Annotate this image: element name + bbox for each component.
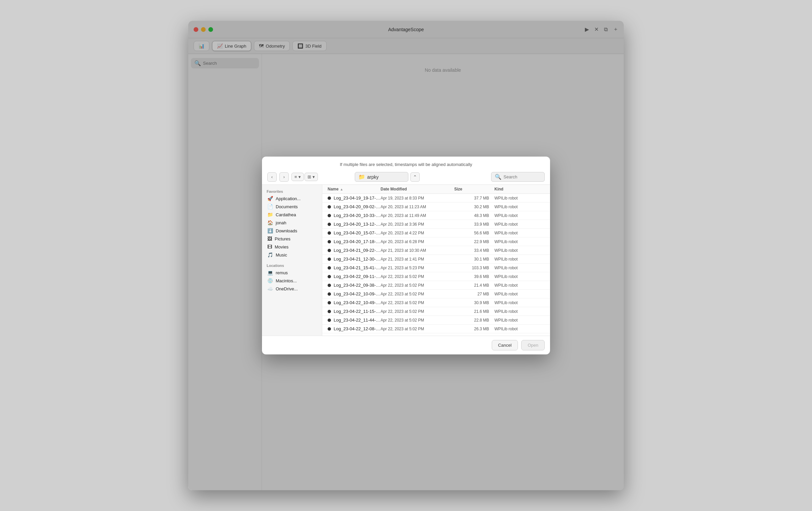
cardathea-icon: 📁: [267, 212, 273, 217]
file-type-dot: [328, 310, 331, 313]
current-folder[interactable]: 📁 arpky: [355, 172, 408, 182]
grid-view-button[interactable]: ⊞ ▾: [304, 173, 318, 181]
table-row[interactable]: Log_23-04-20_09-02-10_q3.wpilog Apr 20, …: [322, 203, 550, 211]
sidebar-item-macintosh[interactable]: 💿 Macintos...: [265, 277, 319, 285]
file-date: Apr 19, 2023 at 8:33 PM: [381, 196, 454, 200]
file-kind: WPILib robot: [494, 222, 545, 227]
col-header-name[interactable]: Name ▲: [328, 187, 381, 191]
applications-icon: 🚀: [267, 196, 273, 201]
file-date: Apr 22, 2023 at 5:02 PM: [381, 318, 454, 323]
sidebar-item-remus[interactable]: 💻 remus: [265, 269, 319, 277]
file-type-dot: [328, 284, 331, 287]
sidebar-item-movies[interactable]: 🎞 Movies: [265, 243, 319, 251]
file-name: Log_23-04-21_12-30-33_q101.wpilog: [334, 257, 381, 262]
file-kind: WPILib robot: [494, 318, 545, 323]
file-type-dot: [328, 319, 331, 322]
table-row[interactable]: Log_23-04-19_19-17-32_p10.wpilog Apr 19,…: [322, 194, 550, 203]
sidebar-item-music[interactable]: 🎵 Music: [265, 251, 319, 259]
col-header-size[interactable]: Size: [454, 187, 494, 191]
table-row[interactable]: Log_23-04-20_17-18-12_q56.wpilog Apr 20,…: [322, 237, 550, 246]
file-name-cell: Log_23-04-20_17-18-12_q56.wpilog: [328, 239, 381, 244]
table-row[interactable]: Log_23-04-22_09-38-15_e6.wpilog Apr 22, …: [322, 281, 550, 290]
file-date: Apr 20, 2023 at 4:22 PM: [381, 231, 454, 235]
location-bar: 📁 arpky ⌃: [355, 172, 420, 182]
sidebar-item-cardathea[interactable]: 📁 Cardathea: [265, 211, 319, 219]
table-row[interactable]: Log_23-04-20_10-33-18_q15.wpilog Apr 20,…: [322, 211, 550, 220]
file-date: Apr 20, 2023 at 3:36 PM: [381, 222, 454, 227]
forward-button[interactable]: ›: [279, 172, 289, 182]
table-row[interactable]: Log_23-04-22_11-44-13_e14.wpilog Apr 22,…: [322, 316, 550, 325]
table-row[interactable]: Log_23-04-22_11-15-40_e13.wpilog Apr 22,…: [322, 307, 550, 316]
sidebar-item-jonah[interactable]: 🏠 jonah: [265, 219, 319, 227]
file-type-dot: [328, 196, 331, 200]
table-row[interactable]: Log_23-04-22_09-11-20_e4.wpilog Apr 22, …: [322, 272, 550, 281]
file-kind: WPILib robot: [494, 196, 545, 200]
table-row[interactable]: Log_23-04-22_10-09-38_e9.wpilog Apr 22, …: [322, 290, 550, 298]
table-row[interactable]: Log_23-04-20_15-07-19_q41.wpilog Apr 20,…: [322, 229, 550, 237]
cancel-button[interactable]: Cancel: [492, 340, 518, 350]
cardathea-label: Cardathea: [276, 212, 296, 217]
grid-view-chevron: ▾: [313, 174, 315, 179]
file-name-cell: Log_23-04-20_09-02-10_q3.wpilog: [328, 204, 381, 209]
file-kind: WPILib robot: [494, 231, 545, 235]
file-type-dot: [328, 240, 331, 243]
file-size: 26.3 MB: [454, 327, 494, 331]
movies-icon: 🎞: [267, 244, 272, 249]
sidebar-item-applications[interactable]: 🚀 Application...: [265, 194, 319, 203]
file-size: 30.2 MB: [454, 205, 494, 209]
sidebar-item-downloads[interactable]: ⬇️ Downloads: [265, 227, 319, 235]
dialog-search-bar[interactable]: 🔍: [491, 172, 545, 182]
file-name: Log_23-04-22_10-09-38_e9.wpilog: [334, 291, 381, 296]
file-size: 30.9 MB: [454, 300, 494, 305]
movies-label: Movies: [275, 244, 288, 249]
sidebar-item-pictures[interactable]: 🖼 Pictures: [265, 235, 319, 243]
locations-section-label: Locations: [265, 262, 319, 269]
back-button[interactable]: ‹: [267, 172, 277, 182]
open-button[interactable]: Open: [521, 340, 545, 350]
file-type-dot: [328, 275, 331, 278]
home-icon: 🏠: [267, 220, 273, 225]
folder-name: arpky: [367, 174, 379, 180]
file-name: Log_23-04-20_13-12-24_q27.wpilog: [334, 222, 381, 227]
file-kind: WPILib robot: [494, 292, 545, 296]
file-size: 103.3 MB: [454, 266, 494, 270]
dialog-header: If multiple files are selected, timestam…: [262, 157, 550, 170]
file-date: Apr 21, 2023 at 1:41 PM: [381, 257, 454, 262]
favorites-section-label: Favorites: [265, 187, 319, 194]
file-size: 39.6 MB: [454, 274, 494, 279]
table-row[interactable]: Log_23-04-21_09-22-08_q78.wpilog Apr 21,…: [322, 246, 550, 255]
table-row[interactable]: Log_23-04-22_12-08-04_e15.wpilog Apr 22,…: [322, 325, 550, 333]
file-list-header: Name ▲ Date Modified Size Kind: [322, 185, 550, 194]
dialog-search-input[interactable]: [503, 174, 540, 179]
col-header-kind[interactable]: Kind: [494, 187, 545, 191]
file-kind: WPILib robot: [494, 327, 545, 331]
file-kind: WPILib robot: [494, 309, 545, 314]
table-row[interactable]: Log_23-04-22_12-30-42_e16.wpilog Apr 22,…: [322, 333, 550, 335]
table-row[interactable]: Log_23-04-20_13-12-24_q27.wpilog Apr 20,…: [322, 220, 550, 229]
downloads-label: Downloads: [276, 228, 297, 233]
file-name: Log_23-04-22_12-08-04_e15.wpilog: [334, 326, 381, 331]
file-size: 56.6 MB: [454, 231, 494, 235]
table-row[interactable]: Log_23-04-22_10-49-21_e12.wpilog Apr 22,…: [322, 298, 550, 307]
file-name-cell: Log_23-04-22_11-44-13_e14.wpilog: [328, 318, 381, 323]
list-view-button[interactable]: ≡ ▾: [291, 173, 304, 181]
sidebar-item-documents[interactable]: 📄 Documents: [265, 203, 319, 211]
file-kind: WPILib robot: [494, 274, 545, 279]
table-row[interactable]: Log_23-04-21_15-41-23_q116.wpilog Apr 21…: [322, 264, 550, 272]
file-date: Apr 22, 2023 at 5:02 PM: [381, 309, 454, 314]
file-name-cell: Log_23-04-21_12-30-33_q101.wpilog: [328, 257, 381, 262]
col-header-date[interactable]: Date Modified: [381, 187, 454, 191]
file-date: Apr 20, 2023 at 11:49 AM: [381, 213, 454, 218]
file-date: Apr 20, 2023 at 11:23 AM: [381, 205, 454, 209]
location-up-button[interactable]: ⌃: [410, 172, 420, 182]
disk-icon: 💿: [267, 278, 273, 283]
table-row[interactable]: Log_23-04-21_12-30-33_q101.wpilog Apr 21…: [322, 255, 550, 264]
file-type-dot: [328, 301, 331, 304]
file-kind: WPILib robot: [494, 257, 545, 262]
main-window: AdvantageScope ▶ ✕ ⧉ ＋ 📊 📈 Line Graph 🗺 …: [188, 21, 624, 490]
file-kind: WPILib robot: [494, 300, 545, 305]
pictures-icon: 🖼: [267, 236, 272, 241]
file-size: 48.3 MB: [454, 213, 494, 218]
list-view-chevron: ▾: [298, 174, 301, 179]
sidebar-item-onedrive[interactable]: ☁️ OneDrive...: [265, 285, 319, 293]
